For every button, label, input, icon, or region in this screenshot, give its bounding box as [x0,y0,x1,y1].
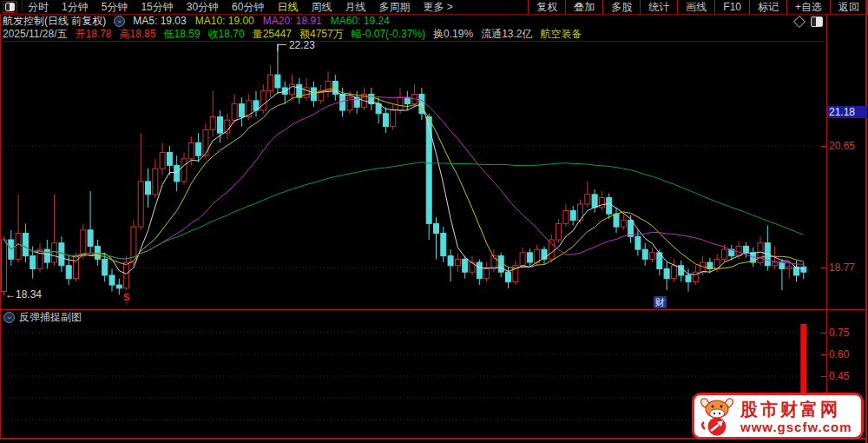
sub-axis-tick [821,333,826,334]
candle-body [743,246,748,252]
candle-body [448,256,453,266]
peak-pointer-line [278,44,286,51]
toolbar-button[interactable]: F10 [714,0,749,14]
candle-body [232,104,237,121]
peak-price-annotation: 22.23 [289,39,315,51]
candle-body [664,268,669,278]
ma-line-60 [4,162,804,259]
trading-app-window: 分时1分钟5分钟15分钟30分钟60分钟日线周线月线多周期更多 > 复权叠加多股… [0,0,868,443]
ma-values-row: MA5: 19.03MA10: 19.00MA20: 18.91MA60: 19… [133,15,390,27]
toolbar-button[interactable]: 画线 [677,0,714,14]
candle-body [477,262,482,279]
chevron-down-icon[interactable]: ⌄ [114,16,125,27]
ma-line-5 [4,87,804,275]
candle-body [44,249,49,262]
candle-body [391,110,396,127]
axis-tick [821,146,826,147]
sell-signal-marker: S↑ [122,294,132,307]
mini-window-icon[interactable] [811,17,823,27]
candle-body [282,88,287,94]
candle-body [642,249,648,259]
toolbar-right-buttons: 复权叠加多股统计画线F10标记+自选返回 [528,0,868,14]
candle-body [138,182,143,227]
candle-body [786,267,792,268]
period-tab[interactable]: 更多 > [423,0,452,15]
toolbar-button[interactable]: 复权 [528,0,565,14]
toolbar-button[interactable]: 标记 [749,0,786,14]
sub-axis-label: 0.45 [829,370,865,382]
sub-chevron-down-icon[interactable]: ⌄ [3,312,15,323]
up-arrow-icon: ↑ [122,301,132,307]
period-tab[interactable]: 分时 [28,0,49,15]
candle-body [102,259,108,275]
candle-body [109,275,115,285]
price-axis-label: 18.77 [829,261,865,274]
candle-body [160,152,165,169]
candle-body [304,88,309,97]
period-tab[interactable]: 5分钟 [102,0,128,15]
candle-body [247,101,252,117]
quote-field: 幅-0.07(-0.37%) [352,28,425,40]
quote-field: 收18.70 [208,28,245,40]
period-tab[interactable]: 15分钟 [141,0,173,15]
candle-body [268,75,273,91]
candle-body [801,267,806,272]
period-tab[interactable]: 月线 [345,0,365,15]
period-tab[interactable]: 多周期 [378,0,410,15]
quote-field: 高18.85 [120,28,156,40]
candle-body [174,165,180,182]
toolbar-button[interactable]: 统计 [640,0,677,14]
candle-body [16,234,21,260]
period-tab[interactable]: 日线 [277,0,298,15]
sub-axis-label: 0.75 [829,327,865,339]
candle-body [290,84,295,94]
toolbar-button[interactable]: 返回 [830,0,868,14]
candle-body [621,221,626,227]
candle-body [311,88,316,101]
toolbar-button[interactable]: +自选 [786,0,830,14]
period-toolbar: 分时1分钟5分钟15分钟30分钟60分钟日线周线月线多周期更多 > 复权叠加多股… [0,0,868,15]
main-candlestick-chart[interactable] [0,41,826,309]
period-tabs: 分时1分钟5分钟15分钟30分钟60分钟日线周线月线多周期更多 > [28,0,453,15]
layout-window-icon[interactable] [3,1,17,13]
quote-info-panel: 航发控制(日线 前复权) ⌄ MA5: 19.03MA10: 19.00MA20… [3,15,824,40]
candle-body [585,195,590,204]
title-row: 航发控制(日线 前复权) ⌄ MA5: 19.03MA10: 19.00MA20… [3,15,824,27]
candle-body [484,268,490,278]
candle-body [52,243,57,262]
candle-body [2,240,7,292]
candle-body [66,266,71,279]
period-tab[interactable]: 60分钟 [232,0,264,15]
watermark-site-name: 股市财富网 [740,399,852,420]
ma-line-10 [4,89,804,269]
candle-body [376,104,381,114]
candle-body [549,240,554,259]
candle-body [434,223,439,233]
axis-tick [821,268,826,268]
stock-title: 航发控制(日线 前复权) [3,15,106,27]
candle-body [441,234,446,256]
candle-body [210,116,215,129]
quote-values-row: 2025/11/28/五开18.78高18.85低18.59收18.70量254… [3,28,824,40]
candle-body [188,142,194,159]
quote-field: 低18.59 [164,28,201,40]
candle-body [23,234,28,256]
candle-body [463,259,468,272]
window-right-border [865,0,867,443]
financial-report-marker: 财 [654,296,667,308]
split-pane-icon [5,3,15,11]
candle-body [773,262,778,266]
toolbar-button[interactable]: 多股 [602,0,640,14]
candle-body [686,275,691,281]
period-tab[interactable]: 1分钟 [62,0,89,15]
period-tab[interactable]: 周线 [311,0,332,15]
diamond-tool-icon[interactable] [793,16,806,28]
quote-field: 2025/11/28/五 [3,28,68,40]
toolbar-button[interactable]: 叠加 [565,0,602,14]
period-tab[interactable]: 30分钟 [187,0,219,15]
candle-body [88,230,93,247]
price-axis-line [826,15,827,440]
candle-body [570,210,575,220]
candle-body [124,262,129,288]
ma-label: MA5: 19.03 [133,15,186,27]
